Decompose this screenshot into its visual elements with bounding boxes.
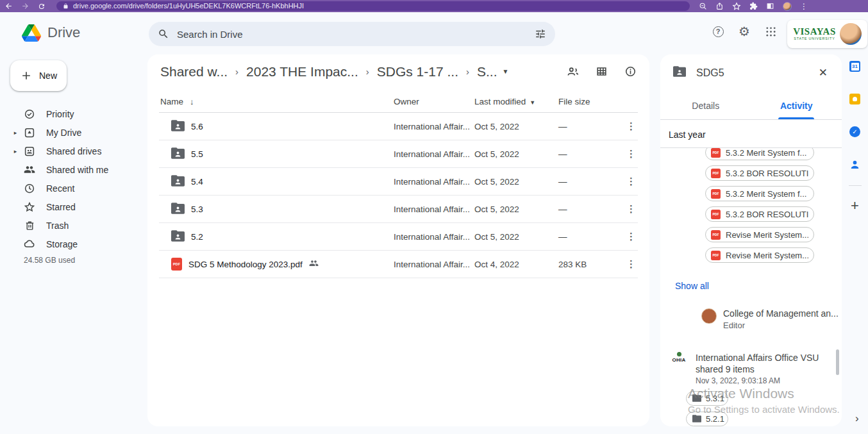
search-options-icon[interactable] [535, 28, 546, 40]
tasks-icon[interactable]: ✓ [849, 126, 860, 137]
column-header-size[interactable]: File size [558, 97, 616, 106]
modified-cell: Oct 5, 2022 [474, 177, 558, 187]
editor-entry[interactable]: College of Management an... Editor [701, 308, 842, 330]
file-list-card: Shared w... › 2023 THE Impac... › SDGs 1… [147, 54, 649, 426]
google-apps-grid-icon[interactable] [763, 24, 778, 39]
file-chip[interactable]: PDF Revise Merit System... [705, 247, 814, 263]
breadcrumb-item[interactable]: Shared w... [160, 64, 228, 79]
folder-icon [692, 413, 701, 425]
column-header-owner[interactable]: Owner [394, 97, 474, 106]
breadcrumb-item-current[interactable]: S... [477, 64, 497, 79]
file-chip[interactable]: PDF Revise Merit System... [705, 227, 814, 242]
more-options-icon[interactable]: ⋮ [622, 230, 640, 243]
back-icon[interactable] [0, 2, 17, 10]
browser-profile-avatar[interactable] [783, 2, 792, 11]
sidebar-item-storage[interactable]: Storage [0, 235, 147, 253]
sidebar-item-shared-drives[interactable]: ▸ Shared drives [0, 142, 147, 160]
new-button[interactable]: New [10, 60, 67, 91]
file-chip[interactable]: PDF 5.3.2 BOR RESOLUTI... [705, 206, 814, 222]
help-icon[interactable]: ? [710, 24, 726, 39]
contacts-icon[interactable] [849, 159, 860, 170]
side-panel-icon[interactable] [766, 2, 774, 10]
sidebar-item-shared-with-me[interactable]: Shared with me [0, 160, 147, 179]
file-chip[interactable]: PDF 5.3.2 BOR RESOLUTI... [705, 165, 814, 181]
tab-details[interactable]: Details [660, 94, 751, 119]
side-apps-rail: 31 ✓ + [842, 54, 868, 426]
shared-folder-icon [171, 147, 185, 161]
pdf-file-icon: PDF [711, 210, 721, 219]
table-row-folder[interactable]: 5.4 International Affair... Oct 5, 2022 … [159, 168, 638, 196]
expand-arrow-icon[interactable]: ▸ [10, 129, 21, 136]
folder-icon [692, 393, 701, 405]
expand-arrow-icon[interactable]: ▸ [10, 148, 21, 154]
shared-folder-icon [171, 120, 185, 133]
add-addon-icon[interactable]: + [851, 199, 859, 213]
storage-cloud-icon [24, 238, 35, 250]
info-icon[interactable] [624, 65, 637, 78]
zoom-page-icon[interactable] [699, 2, 707, 10]
sort-ascending-icon: ↓ [190, 97, 194, 106]
more-options-icon[interactable]: ⋮ [622, 147, 640, 160]
file-chip[interactable]: PDF 5.3.2 Merit System f... [705, 186, 814, 201]
grid-view-icon[interactable] [596, 65, 608, 78]
folder-chip[interactable]: 5.3.1 [686, 391, 728, 406]
search-input[interactable]: Search in Drive [149, 22, 555, 46]
owner-cell: International Affair... [394, 122, 474, 131]
breadcrumb-item[interactable]: SDGs 1-17 ... [377, 64, 458, 79]
bookmark-star-icon[interactable] [732, 2, 741, 11]
column-header-name: Name [160, 97, 183, 106]
drive-header: Drive Search in Drive ? ⚙ VISAYAS STATE … [0, 12, 868, 54]
sidebar-item-trash[interactable]: Trash [0, 216, 147, 235]
address-bar[interactable]: drive.google.com/drive/folders/1uHyUH5eD… [56, 1, 690, 11]
tab-activity[interactable]: Activity [751, 94, 842, 119]
actor-avatar: OHIA [670, 352, 688, 371]
keep-icon[interactable] [849, 94, 860, 104]
activity-section-label: Last year [669, 129, 842, 140]
settings-gear-icon[interactable]: ⚙ [737, 24, 752, 39]
modified-cell: Oct 4, 2022 [474, 260, 558, 269]
table-row-folder[interactable]: 5.3 International Affair... Oct 5, 2022 … [159, 196, 638, 223]
share-folder-icon[interactable] [566, 65, 579, 78]
shared-folder-icon [171, 203, 185, 216]
share-page-icon[interactable] [715, 2, 724, 10]
sidebar-item-recent[interactable]: Recent [0, 179, 147, 197]
sidebar-item-my-drive[interactable]: ▸ My Drive [0, 123, 147, 142]
modified-filter-caret-icon: ▼ [530, 99, 535, 106]
sidebar-item-priority[interactable]: Priority [0, 104, 147, 123]
table-row-folder[interactable]: 5.5 International Affair... Oct 5, 2022 … [159, 140, 638, 168]
modified-cell: Oct 5, 2022 [474, 122, 558, 131]
table-row-pdf[interactable]: PDF SDG 5 Methodology 2023.pdf Internati… [159, 251, 638, 278]
forward-icon[interactable] [17, 2, 33, 10]
folder-menu-caret-icon[interactable]: ▼ [503, 68, 509, 75]
calendar-icon[interactable]: 31 [849, 61, 860, 72]
collapse-panel-chevron-icon[interactable]: › [855, 412, 859, 425]
account-org-pill[interactable]: VISAYAS STATE UNIVERSITY [787, 20, 867, 48]
more-options-icon[interactable]: ⋮ [622, 174, 640, 188]
browser-menu-icon[interactable]: ⋮ [800, 3, 808, 10]
column-header-modified[interactable]: Last modified▼ [474, 97, 558, 106]
sort-by-name[interactable]: Name ↓ [159, 97, 394, 106]
drive-logo-icon[interactable] [22, 24, 41, 44]
file-chip[interactable]: PDF 5.3.2 Merit System f... [705, 147, 814, 160]
modified-cell: Oct 5, 2022 [474, 149, 558, 159]
table-row-folder[interactable]: 5.6 International Affair... Oct 5, 2022 … [159, 113, 638, 140]
more-options-icon[interactable]: ⋮ [622, 202, 640, 215]
search-placeholder: Search in Drive [177, 29, 527, 40]
reload-icon[interactable] [33, 3, 50, 10]
breadcrumb-item[interactable]: 2023 THE Impac... [246, 64, 358, 79]
sidebar-item-starred[interactable]: Starred [0, 197, 147, 216]
editor-avatar [701, 308, 717, 324]
editor-role: Editor [723, 321, 839, 330]
extensions-icon[interactable] [749, 2, 758, 10]
panel-scrollbar[interactable] [836, 349, 839, 375]
more-options-icon[interactable]: ⋮ [622, 257, 640, 271]
show-all-link[interactable]: Show all [675, 281, 709, 291]
more-options-icon[interactable]: ⋮ [622, 119, 640, 133]
shared-folder-icon [673, 66, 686, 79]
table-row-folder[interactable]: 5.2 International Affair... Oct 5, 2022 … [159, 223, 638, 251]
account-avatar[interactable] [840, 23, 862, 45]
owner-cell: International Affair... [394, 149, 474, 159]
folder-chip[interactable]: 5.2.1 [686, 412, 728, 426]
pdf-file-icon: PDF [711, 251, 721, 260]
close-icon[interactable]: ✕ [815, 66, 831, 79]
